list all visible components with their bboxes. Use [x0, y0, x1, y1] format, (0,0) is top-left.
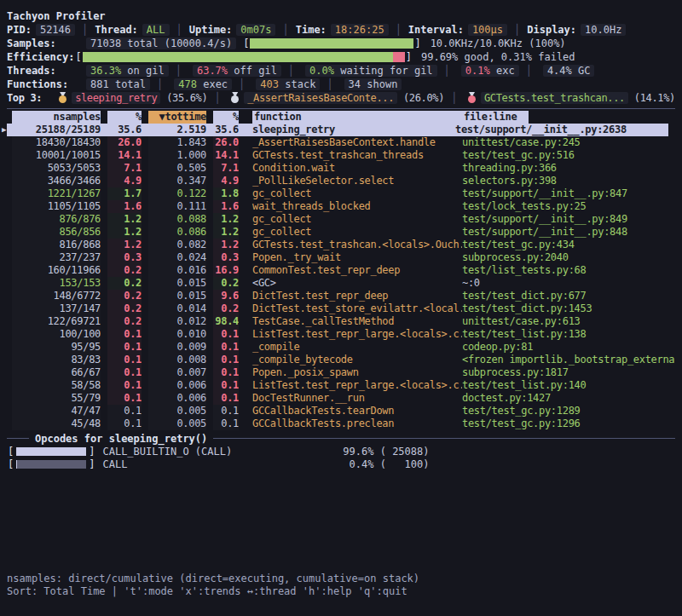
table-row[interactable]: 10001/1001514.11.00014.1GCTests.test_tra…: [7, 149, 675, 162]
cell-function: ListTest.test_repr_large.<locals>.c...: [239, 328, 462, 341]
table-row[interactable]: 18430/1843026.01.84326.0_AssertRaisesBas…: [7, 136, 675, 149]
threads-stat: 4.4% GC: [543, 65, 595, 77]
functions-stat-text: stack: [279, 78, 315, 90]
table-row[interactable]: 122/697210.20.01298.4TestCase._callTestM…: [7, 315, 675, 328]
table-row[interactable]: 1221/12671.70.1221.8gc_collecttest/suppo…: [7, 187, 675, 200]
table-row[interactable]: 153/1530.20.0150.2<GC>~:0: [7, 277, 675, 290]
table-row[interactable]: 58/580.10.0060.1ListTest.test_repr_large…: [7, 379, 675, 392]
threads-stat-value: 63.7%: [197, 65, 228, 77]
bracket-close: ]: [89, 446, 95, 458]
functions-stat-text: total: [109, 78, 146, 90]
cell-pct-cumulative: 0.2: [213, 302, 239, 315]
cell-pct-direct: 0.2: [107, 302, 142, 315]
cell-pct-cumulative: 0.1: [213, 417, 239, 430]
cell-fileline: subprocess.py:2040: [462, 251, 675, 264]
cell-nsamples: 25188/25189: [12, 124, 101, 136]
table-row[interactable]: 1105/11051.60.1111.6wait_threads_blocked…: [7, 200, 675, 213]
separator: │: [288, 65, 294, 77]
cell-function: _PollLikeSelector.select: [239, 175, 462, 187]
cell-nsamples: 55/79: [12, 392, 101, 405]
display-label: Display:: [527, 24, 576, 36]
cell-fileline: selectors.py:398: [462, 175, 675, 187]
cell-fileline: doctest.py:1427: [462, 392, 675, 405]
cell-pct-cumulative: 1.2: [213, 213, 239, 226]
medal-disc: [59, 95, 66, 103]
cell-function: gc_collect: [239, 226, 462, 239]
table-row[interactable]: 100/1000.10.0100.1ListTest.test_repr_lar…: [7, 328, 675, 341]
cell-pct-cumulative: 35.6: [213, 124, 239, 136]
display-value: 10.0Hz: [581, 24, 626, 36]
cell-fileline: test/test_gc.py:1296: [462, 417, 675, 430]
cell-nsamples: 58/58: [12, 379, 101, 392]
efficiency-bar: [83, 52, 405, 62]
opcode-row: []CALL0.4% ( 100): [7, 458, 675, 470]
table-row[interactable]: 856/8561.20.0861.2gc_collecttest/support…: [7, 226, 675, 239]
cell-fileline: codeop.py:81: [462, 341, 675, 354]
table-row[interactable]: 47/470.10.0050.1GCCallbackTests.tearDown…: [7, 405, 675, 417]
table-row[interactable]: ▶25188/2518935.62.51935.6sleeping_retryt…: [7, 124, 668, 136]
threads-stat-text: on gil: [121, 65, 165, 77]
table-row[interactable]: 66/670.10.0070.1Popen._posix_spawnsubpro…: [7, 366, 675, 379]
bracket-close: ]: [89, 458, 95, 470]
table-row[interactable]: 83/830.10.0080.1_compile_bytecode<frozen…: [7, 354, 675, 366]
cell-tottime: 1.843: [148, 136, 206, 149]
cell-nsamples: 816/868: [12, 239, 101, 251]
table-row[interactable]: 45/480.10.0050.1GCCallbackTests.preclean…: [7, 417, 675, 430]
cell-pct-direct: 1.2: [107, 239, 142, 251]
table-header: nsamples % ▼tottime % function file:line: [7, 111, 675, 124]
cell-tottime: 0.006: [148, 392, 206, 405]
medal-disc: [231, 95, 239, 103]
cell-fileline: test/test_gc.py:1289: [462, 405, 675, 417]
cell-nsamples: 160/11966: [12, 264, 101, 277]
cell-fileline: unittest/case.py:245: [462, 136, 675, 149]
table-row[interactable]: 160/119660.20.01616.9CommonTest.test_rep…: [7, 264, 675, 277]
table-row[interactable]: 5053/50537.10.5057.1Condition.waitthread…: [7, 162, 675, 175]
cell-pct-cumulative: 7.1: [213, 162, 239, 175]
table-row[interactable]: 137/1470.20.0140.2DictTest.test_store_ev…: [7, 302, 675, 315]
thread-value[interactable]: ALL: [142, 24, 170, 36]
column-header-fileline[interactable]: file:line: [462, 111, 675, 124]
table-row[interactable]: 237/2370.30.0240.3Popen._try_waitsubproc…: [7, 251, 675, 264]
column-header-function[interactable]: function: [239, 111, 462, 124]
table-row[interactable]: 3466/34664.90.3474.9_PollLikeSelector.se…: [7, 175, 675, 187]
functions-stat-text: exec: [197, 78, 228, 90]
cell-pct-direct: 7.1: [107, 162, 142, 175]
cell-pct-direct: 14.1: [107, 149, 142, 162]
functions-stat: 478 exec: [174, 78, 232, 90]
medal-disc: [468, 95, 476, 103]
separator: │: [176, 65, 182, 77]
thread-label: Thread:: [95, 24, 138, 36]
cell-function: CommonTest.test_repr_deep: [239, 264, 462, 277]
column-header-pct-cumulative[interactable]: %: [213, 111, 239, 124]
cell-pct-cumulative: 0.2: [213, 277, 239, 290]
separator: │: [327, 78, 332, 90]
time-value: 18:26:25: [331, 24, 389, 36]
cell-function: TestCase._callTestMethod: [239, 315, 462, 328]
opcode-bar: [16, 460, 86, 469]
column-header-pct-direct[interactable]: %: [107, 111, 142, 124]
table-row[interactable]: 95/950.10.0090.1_compilecodeop.py:81: [7, 341, 675, 354]
table-row[interactable]: 876/8761.20.0881.2gc_collecttest/support…: [7, 213, 675, 226]
cell-tottime: 0.015: [148, 290, 206, 302]
cell-pct-cumulative: 0.1: [213, 341, 239, 354]
table-row[interactable]: 148/67720.20.0159.6DictTest.test_repr_de…: [7, 290, 675, 302]
gold-medal-icon: [59, 92, 66, 103]
cell-tottime: 0.122: [148, 187, 206, 200]
table-row[interactable]: 55/790.10.0060.1DocTestRunner.__rundocte…: [7, 392, 675, 405]
cell-function: wait_threads_blocked: [239, 200, 462, 213]
dash-line: [7, 438, 29, 439]
bronze-medal-icon: [468, 92, 476, 103]
threads-label: Threads:: [7, 65, 82, 77]
selected-row-arrow-icon: ▶: [2, 124, 6, 136]
interval-label: Interval:: [408, 24, 464, 36]
cell-pct-direct: 0.1: [107, 417, 142, 430]
column-header-nsamples[interactable]: nsamples: [12, 111, 101, 124]
cell-pct-direct: 1.6: [107, 200, 142, 213]
threads-stat-value: 4.4%: [547, 65, 572, 77]
uptime-value: 0m07s: [236, 24, 275, 36]
time-label: Time:: [296, 24, 327, 36]
column-header-tottime-sorted[interactable]: ▼tottime: [148, 111, 206, 124]
cell-nsamples: 1105/1105: [12, 200, 101, 213]
top3-label: Top 3:: [7, 92, 55, 104]
table-row[interactable]: 816/8681.20.0821.2GCTests.test_trashcan.…: [7, 239, 675, 251]
